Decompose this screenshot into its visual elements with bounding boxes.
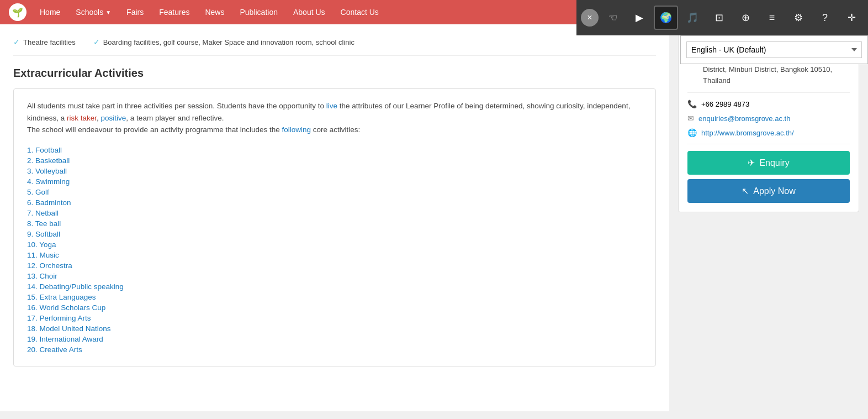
activity-list-item: 14. Debating/Public speaking [27,281,642,292]
mp3-button[interactable]: 🎵 [680,6,705,30]
main-layout: ✓ Theatre facilities ✓ Boarding faciliti… [0,24,868,411]
nav-logo: 🌱 [9,3,27,21]
close-button[interactable]: × [581,9,599,27]
sidebar-email-row: ✉ enquiries@bromsgrove.ac.th [687,114,850,123]
enquiry-button[interactable]: ✈ Enquiry [687,151,850,175]
nav-schools[interactable]: Schools ▼ [69,3,118,21]
activity-list-item: 3. Volleyball [27,166,642,176]
main-nav: 🌱 Home Schools ▼ Fairs Features News Pub… [0,0,868,24]
activity-list-item: 9. Softball [27,229,642,239]
activity-list-item: 6. Badminton [27,197,642,208]
cursor-icon: ↖ [742,186,749,196]
highlight-positive: positive [101,114,126,122]
activity-list-item: 16. World Scholars Cup [27,302,642,313]
facility-theatre: ✓ Theatre facilities [13,38,76,46]
nav-news[interactable]: News [198,3,231,21]
nav-about[interactable]: About Us [287,3,332,21]
activity-list-item: 15. Extra Languages [27,292,642,302]
activities-intro: All students must take part in three act… [27,100,642,136]
activity-list-item: 1. Football [27,145,642,155]
activity-list: 1. Football2. Basketball3. Volleyball4. … [27,145,642,355]
highlight-live: live [326,102,337,110]
apply-now-button[interactable]: ↖ Apply Now [687,179,850,203]
check-icon-1: ✓ [13,38,20,46]
play-button[interactable]: ▶ [627,6,652,30]
schools-chevron-icon: ▼ [105,9,111,15]
website-link[interactable]: http://www.bromsgrove.ac.th/ [701,129,794,137]
facility-boarding: ✓ Boarding facilities, golf course, Make… [93,38,354,46]
logo-icon: 🌱 [12,7,23,18]
phone-text: +66 2989 4873 [701,100,749,108]
content-area: ✓ Theatre facilities ✓ Boarding faciliti… [0,24,669,411]
nav-contact[interactable]: Contact Us [334,3,385,21]
move-button[interactable]: ✛ [839,6,864,30]
activity-list-item: 20. Creative Arts [27,344,642,355]
sidebar: 📍 55 Mu 9, Windsor Park and Golf Club, S… [669,24,868,411]
activity-list-item: 13. Choir [27,271,642,281]
activity-list-item: 18. Model United Nations [27,323,642,334]
enquiry-label: Enquiry [759,158,789,168]
activity-list-item: 2. Basketball [27,155,642,166]
screen-button[interactable]: ⊡ [707,6,731,30]
activity-list-item: 8. Tee ball [27,218,642,229]
search-tool-button[interactable]: ⊕ [733,6,758,30]
activity-list-item: 17. Performing Arts [27,313,642,323]
activity-list-item: 5. Golf [27,187,642,197]
activity-list-item: 19. International Award [27,334,642,344]
facility-boarding-label: Boarding facilities, golf course, Maker … [103,38,354,46]
sidebar-website-row: 🌐 http://www.bromsgrove.ac.th/ [687,128,850,137]
email-icon: ✉ [687,114,694,123]
web-icon: 🌐 [687,128,697,137]
highlight-following: following [282,125,311,134]
facility-theatre-label: Theatre facilities [23,38,76,46]
language-select[interactable]: English - UK (Default) Thai Chinese Japa… [686,41,862,58]
highlight-risk: risk taker [67,114,97,122]
help-button[interactable]: ? [813,6,837,30]
apply-label: Apply Now [753,186,795,196]
settings-button[interactable]: ⚙ [786,6,811,30]
hand-tool-button[interactable]: ☜ [601,6,625,30]
activity-list-item: 7. Netball [27,208,642,218]
nav-home[interactable]: Home [33,3,67,21]
paper-plane-icon: ✈ [748,158,755,168]
toolbar: × ☜ ▶ 🌍 🎵 ⊡ ⊕ ≡ ⚙ ? ✛ [576,0,868,35]
nav-publication[interactable]: Publication [233,3,284,21]
sidebar-divider-2 [687,144,850,144]
sidebar-phone-row: 📞 +66 2989 4873 [687,99,850,108]
facilities-row: ✓ Theatre facilities ✓ Boarding faciliti… [13,33,656,56]
check-icon-2: ✓ [93,38,100,46]
globe-button[interactable]: 🌍 [654,6,678,30]
list-button[interactable]: ≡ [760,6,784,30]
language-dropdown-panel: English - UK (Default) Thai Chinese Japa… [680,35,868,64]
phone-icon: 📞 [687,99,697,108]
nav-features[interactable]: Features [152,3,196,21]
email-link[interactable]: enquiries@bromsgrove.ac.th [698,114,790,123]
nav-fairs[interactable]: Fairs [120,3,150,21]
activity-list-item: 12. Orchestra [27,260,642,271]
activity-list-item: 10. Yoga [27,239,642,250]
sidebar-divider-1 [687,92,850,93]
extracurricular-title: Extracurricular Activities [13,67,656,80]
activity-list-item: 4. Swimming [27,176,642,187]
activities-box: All students must take part in three act… [13,88,656,366]
activity-list-item: 11. Music [27,250,642,260]
